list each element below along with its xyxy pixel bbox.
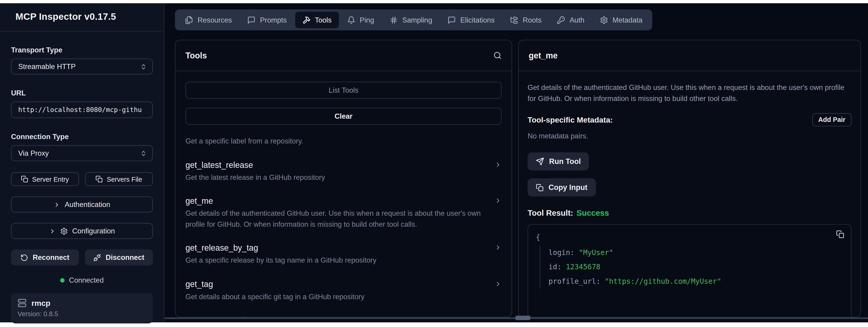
tool-result-row: Tool Result:Success (527, 209, 851, 217)
list-item-get-team-members[interactable]: get_team_members Get member usernames of… (185, 315, 501, 317)
chevron-right-icon (49, 228, 56, 234)
tab-label: Resources (197, 16, 232, 24)
tool-detail-description: Get details of the authenticated GitHub … (527, 82, 851, 104)
rotate-ccw-icon (21, 254, 28, 262)
tool-name: get_team_members (185, 315, 259, 317)
tools-panel-body: List Tools Clear Get a specific label fr… (176, 71, 512, 317)
servers-file-button[interactable]: Servers File (85, 172, 153, 186)
content-row: Tools List Tools Clear Get a specific la… (175, 40, 868, 317)
chevron-right-icon (54, 201, 60, 208)
gear-icon (60, 227, 68, 235)
list-tools-button[interactable]: List Tools (185, 82, 501, 99)
chevrons-up-down-icon (140, 150, 147, 157)
list-item-get-latest-release[interactable]: get_latest_release Get the latest releas… (185, 160, 501, 183)
files-icon (185, 16, 193, 24)
tool-name: get_latest_release (185, 160, 253, 169)
copy-input-button[interactable]: Copy Input (527, 178, 595, 197)
server-icon (18, 298, 26, 307)
json-row-id: id: 12345678 (549, 260, 843, 274)
message-square-icon (247, 16, 256, 24)
tab-label: Roots (523, 16, 541, 24)
url-input[interactable] (11, 102, 153, 118)
tab-label: Ping (360, 16, 374, 24)
clear-button[interactable]: Clear (185, 108, 501, 125)
json-row-login: login: "MyUser" (549, 246, 843, 260)
chevron-right-icon (494, 197, 501, 204)
tab-label: Tools (315, 16, 332, 24)
horizontal-scrollbar[interactable] (164, 317, 868, 319)
hash-icon (390, 16, 398, 24)
transport-type-select[interactable]: Streamable HTTP (11, 58, 153, 75)
server-entry-label: Server Entry (32, 175, 69, 183)
app-title: MCP Inspector v0.17.5 (16, 11, 116, 23)
server-name: rmcp (31, 298, 50, 307)
chevron-right-icon (494, 161, 501, 168)
tab-label: Sampling (402, 16, 432, 24)
run-tool-label: Run Tool (549, 157, 581, 166)
server-version: Version: 0.8.5 (18, 310, 146, 318)
folder-tree-icon (510, 16, 518, 24)
disconnect-button[interactable]: Disconnect (85, 249, 153, 266)
horizontal-scrollbar-thumb[interactable] (516, 316, 530, 320)
run-tool-button[interactable]: Run Tool (527, 152, 589, 170)
top-nav: Resources Prompts Tools Ping Sampling (175, 9, 652, 30)
tools-panel-title: Tools (185, 51, 207, 60)
tab-label: Auth (569, 16, 584, 24)
reconnect-button[interactable]: Reconnect (11, 249, 79, 266)
tab-sampling[interactable]: Sampling (382, 11, 439, 28)
tool-result-status: Success (577, 209, 609, 217)
tab-tools[interactable]: Tools (295, 11, 339, 28)
server-entry-button[interactable]: Server Entry (11, 172, 79, 186)
tool-description: Get a specific release by its tag name i… (185, 255, 501, 266)
connection-type-select[interactable]: Via Proxy (11, 145, 153, 161)
hammer-icon (302, 16, 310, 24)
tab-ping[interactable]: Ping (340, 11, 381, 28)
no-metadata-text: No metadata pairs. (527, 132, 851, 140)
transport-type-label: Transport Type (11, 46, 153, 54)
tool-result-json: { login: "MyUser" id: 12345678 (527, 224, 851, 317)
tab-label: Elicitations (460, 16, 495, 24)
configuration-button[interactable]: Configuration (11, 223, 153, 239)
json-open-brace: { (536, 231, 843, 243)
tab-prompts[interactable]: Prompts (240, 11, 294, 28)
copy-icon (536, 183, 544, 191)
chevron-right-icon (494, 244, 501, 251)
reconnect-label: Reconnect (33, 254, 69, 262)
copy-result-button[interactable] (836, 230, 844, 240)
tool-result-label: Tool Result: (527, 209, 573, 217)
list-item-get-me[interactable]: get_me Get details of the authenticated … (185, 196, 501, 230)
mcp-inspector-app: MCP Inspector v0.17.5 Transport Type Str… (0, 3, 868, 322)
tab-label: Metadata (613, 16, 643, 24)
tab-resources[interactable]: Resources (178, 11, 239, 28)
sidebar-body: Transport Type Streamable HTTP URL Conne… (0, 31, 164, 327)
tool-detail-title: get_me (529, 51, 558, 60)
chevrons-up-down-icon (140, 63, 147, 70)
gear-icon (600, 16, 608, 24)
connected-text: Connected (69, 276, 104, 284)
sidebar: MCP Inspector v0.17.5 Transport Type Str… (0, 3, 164, 322)
tab-label: Prompts (260, 16, 287, 24)
tool-name: get_tag (185, 279, 213, 288)
list-item-get-release-by-tag[interactable]: get_release_by_tag Get a specific releas… (185, 243, 501, 266)
copy-input-label: Copy Input (549, 183, 587, 191)
disconnect-label: Disconnect (105, 254, 144, 262)
tab-auth[interactable]: Auth (550, 11, 592, 28)
tool-detail-body: Get details of the authenticated GitHub … (519, 71, 860, 317)
transport-type-value: Streamable HTTP (18, 62, 76, 70)
tool-description: Get details about a specific git tag in … (185, 291, 501, 302)
list-item-get-tag[interactable]: get_tag Get details about a specific git… (185, 279, 501, 302)
authentication-button[interactable]: Authentication (11, 197, 153, 212)
servers-file-label: Servers File (107, 175, 142, 183)
copy-icon (21, 175, 28, 183)
json-row-profile-url: profile_url: "https://github.com/MyUser" (549, 274, 843, 289)
add-pair-button[interactable]: Add Pair (812, 113, 851, 126)
tool-detail-header: get_me (519, 40, 860, 71)
tab-roots[interactable]: Roots (503, 11, 549, 28)
authentication-label: Authentication (65, 200, 111, 209)
tab-metadata[interactable]: Metadata (593, 11, 650, 28)
connected-dot (60, 278, 65, 282)
metadata-label: Tool-specific Metadata: (527, 115, 613, 124)
tab-elicitations[interactable]: Elicitations (440, 11, 502, 28)
tool-description: Get the latest release in a GitHub repos… (185, 172, 501, 183)
search-icon[interactable] (493, 51, 502, 60)
